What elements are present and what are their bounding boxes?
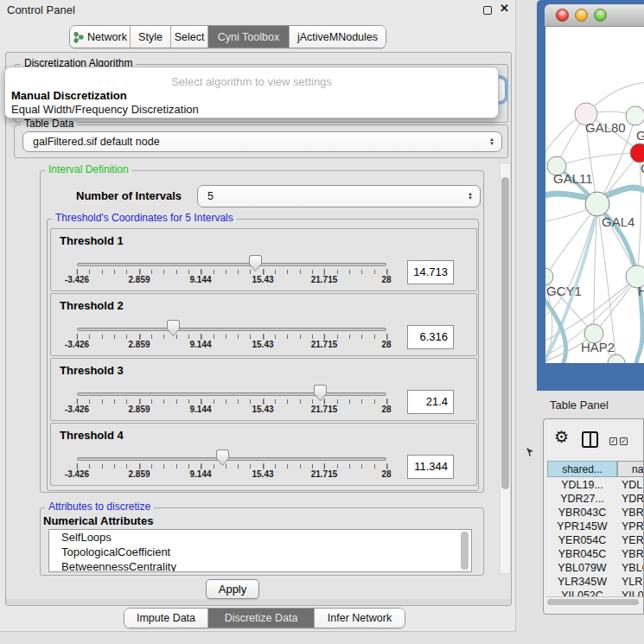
tick-label: 9.144 <box>189 340 211 349</box>
table-horizontal-scrollbar[interactable] <box>545 596 643 606</box>
gear-icon[interactable]: ⚙ <box>554 429 569 445</box>
numerical-attributes-label: Numerical Attributes <box>43 514 153 527</box>
threshold-value-field[interactable]: 6.316 <box>407 325 454 349</box>
tick-label: -3.426 <box>65 469 89 479</box>
table-row[interactable]: YBR043CYBR043C <box>547 507 644 520</box>
threshold-value-field[interactable]: 21.4 <box>407 390 454 414</box>
threshold-label: Threshold 4 <box>60 429 124 442</box>
number-of-intervals-spinner[interactable]: 5 ▲▼ <box>197 185 481 207</box>
cell-shared-name: YBR043C <box>547 507 617 520</box>
thresholds-group-title: Threshold's Coordinates for 5 Intervals <box>52 213 237 224</box>
zoom-traffic-light-icon[interactable] <box>594 9 607 22</box>
close-icon[interactable]: ✕ <box>500 2 509 15</box>
column-header-shared-name[interactable]: shared... <box>547 461 617 477</box>
table-row[interactable]: YDL19...YDL19... <box>547 479 644 493</box>
cell-shared-name: YPR145W <box>547 520 617 534</box>
table-row[interactable]: YPR145WYPR145W <box>547 520 644 534</box>
table-data-combobox[interactable]: galFiltered.sif default node ▲▼ <box>22 131 502 152</box>
attributes-list[interactable]: SelfLoops TopologicalCoefficient Between… <box>48 529 472 572</box>
node-label-gcy1: GCY1 <box>546 284 582 298</box>
threshold-value-field[interactable]: 14.713 <box>407 260 454 284</box>
tick-label: -3.426 <box>65 340 89 349</box>
list-scrollbar-thumb[interactable] <box>461 532 469 570</box>
tab-cyni-toolbox[interactable]: Cyni Toolbox <box>208 26 290 48</box>
edge <box>545 117 580 164</box>
tab-impute-data[interactable]: Impute Data <box>124 609 208 628</box>
tab-select[interactable]: Select <box>171 26 208 48</box>
table-row[interactable]: YDR27...YDR27... <box>547 493 644 507</box>
node-partial-bottom[interactable] <box>608 354 625 363</box>
node-label-partial-ga: GA <box>636 128 644 143</box>
dropdown-option-equal-width[interactable]: Equal Width/Frequency Discretization <box>11 103 199 116</box>
dropdown-option-manual[interactable]: Manual Discretization <box>11 89 127 102</box>
apply-button[interactable]: Apply <box>206 579 259 599</box>
cell-name: YDL19... <box>617 479 644 493</box>
tick-label: 15.43 <box>252 405 273 414</box>
cell-name: YBL079W <box>617 562 644 576</box>
cell-shared-name: YBL079W <box>547 562 617 576</box>
column-header-name[interactable]: name <box>617 461 644 477</box>
tab-style[interactable]: Style <box>131 26 171 48</box>
threshold-label: Threshold 2 <box>60 299 124 312</box>
table-panel: ⚙ ✓ ✓ shared... name YDL19...YDL19... YD… <box>543 418 644 615</box>
list-item[interactable]: BetweennessCentrality <box>49 559 471 572</box>
panel-scrollbar[interactable] <box>500 163 511 574</box>
slider-minor-ticks <box>77 399 387 404</box>
tick-label: 15.43 <box>252 275 273 284</box>
edge <box>558 153 630 166</box>
table-row[interactable]: YBL079WYBL079W <box>547 562 644 576</box>
tab-infer-network[interactable]: Infer Network <box>315 609 405 628</box>
stepper-arrows-icon[interactable]: ▲▼ <box>468 192 480 201</box>
tab-discretize-data[interactable]: Discretize Data <box>208 609 315 628</box>
cell-name: YER054C <box>617 534 644 548</box>
cyni-bottom-tabbar: Impute Data Discretize Data Infer Networ… <box>124 608 405 628</box>
tab-label: Infer Network <box>328 612 392 624</box>
tick-label: 15.43 <box>252 340 273 349</box>
tick-label: 15.43 <box>252 469 273 479</box>
cell-name: YPR145W <box>617 520 644 534</box>
list-item[interactable]: SelfLoops <box>49 530 471 545</box>
cell-shared-name: YLR345W <box>547 576 617 590</box>
panel-scrollbar-thumb[interactable] <box>501 177 509 489</box>
slider-track[interactable] <box>77 392 386 396</box>
table-panel-title: Table Panel <box>550 399 609 411</box>
cell-shared-name: YBR045C <box>547 548 617 562</box>
network-graph: GAL80 GA C GAL11 GAL4 GCY1 H HAP2 <box>545 27 644 363</box>
close-traffic-light-icon[interactable] <box>556 9 569 22</box>
apply-button-label: Apply <box>219 583 247 596</box>
tab-network[interactable]: Network <box>70 26 131 48</box>
slider-track[interactable] <box>77 263 386 266</box>
slider-track[interactable] <box>77 457 386 461</box>
cell-shared-name: YDL19... <box>547 479 617 493</box>
tick-label: 2.859 <box>128 340 150 349</box>
threshold-value-field[interactable]: 11.344 <box>407 455 454 479</box>
mouse-cursor <box>526 448 533 456</box>
stepper-arrows-icon[interactable]: ▲▼ <box>489 137 501 146</box>
attributes-group-title: Attributes to discretize <box>45 501 154 513</box>
dropdown-hint: Select algorithm to view settings <box>5 75 498 88</box>
float-window-icon[interactable] <box>483 6 492 15</box>
network-window-titlebar[interactable] <box>545 4 644 27</box>
list-item[interactable]: TopologicalCoefficient <box>49 545 471 559</box>
cell-name: YLR345W <box>617 576 644 590</box>
network-canvas[interactable]: GAL80 GA C GAL11 GAL4 GCY1 H HAP2 <box>545 27 644 363</box>
tab-jactivemnodules[interactable]: jActiveMNodules <box>290 26 386 48</box>
tick-label: -3.426 <box>65 405 89 414</box>
table-row[interactable]: YBR045CYBR045C <box>547 548 644 562</box>
node-gal4[interactable] <box>585 192 609 216</box>
node-gcy1[interactable] <box>545 268 553 285</box>
checkbox-icon[interactable]: ✓ <box>620 437 628 445</box>
checkbox-icon[interactable]: ✓ <box>609 437 617 445</box>
content-bottom-strip <box>6 599 511 605</box>
tick-label: -3.426 <box>65 275 89 284</box>
slider-track[interactable] <box>77 328 386 331</box>
table-row[interactable]: YLR345WYLR345W <box>547 576 644 590</box>
node-partial-top-right[interactable] <box>626 106 644 125</box>
tick-label: 21.715 <box>311 469 338 479</box>
table-horizontal-scrollbar-thumb[interactable] <box>547 599 639 605</box>
split-columns-icon[interactable] <box>582 431 598 448</box>
tick-label: 21.715 <box>311 340 338 349</box>
node-label-partial-c: C <box>641 161 644 175</box>
minimize-traffic-light-icon[interactable] <box>575 9 588 22</box>
table-row[interactable]: YER054CYER054C <box>547 534 644 548</box>
